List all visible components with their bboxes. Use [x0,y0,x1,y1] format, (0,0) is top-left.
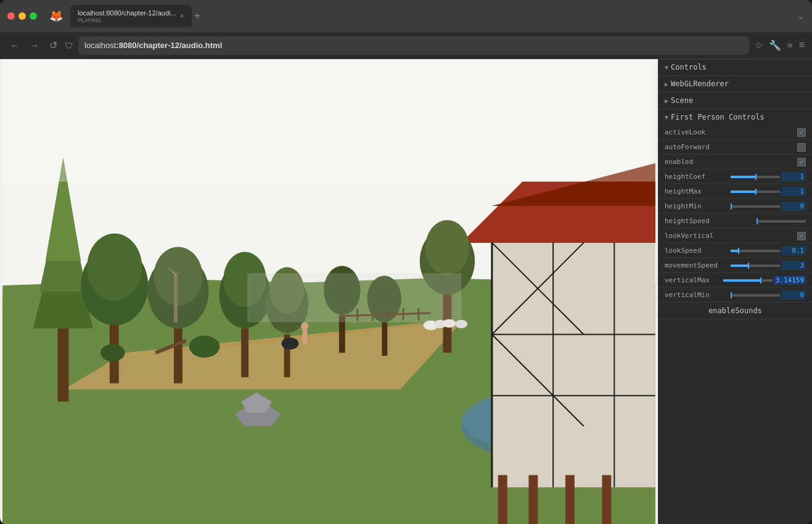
url-path: :8080/chapter-12/audio.html [116,41,222,50]
prop-row-activeLook[interactable]: activeLook [658,125,812,140]
prop-row-heightCoef[interactable]: heightCoef1 [658,170,812,184]
refresh-button[interactable]: ↺ [47,37,60,54]
prop-row-heightMin[interactable]: heightMin0 [658,199,812,214]
prop-name-verticalMin: verticalMin [665,291,731,299]
traffic-lights [7,12,37,20]
svg-point-33 [154,247,202,306]
tab-close-button[interactable]: × [180,12,184,20]
minimize-button[interactable] [18,12,26,20]
tools-icon[interactable]: 🔧 [769,39,781,51]
active-tab[interactable]: localhost:8080/chapter-12/audi... PLAYIN… [70,5,192,27]
checkbox-autoForward[interactable] [797,143,806,152]
checkbox-enabled[interactable] [797,158,806,166]
prop-name-movementSpeed: movementSpeed [665,261,731,269]
content-area: ▼ Controls ▶ WebGLRenderer ▶ Scene [0,59,812,524]
svg-rect-69 [2,59,655,181]
back-button[interactable]: ← [7,38,22,54]
first-person-section: ▼ First Person Controls activeLookautoFo… [658,109,812,319]
svg-marker-8 [492,243,655,488]
tab-playing-label: PLAYING [78,17,176,23]
svg-rect-66 [174,273,178,322]
slider-heightMin[interactable]: 0 [731,202,806,211]
prop-row-movementSpeed[interactable]: movementSpeed3 [658,258,812,273]
properties-container: activeLookautoForwardenabledheightCoef1h… [658,125,812,303]
new-tab-button[interactable]: + [194,10,201,23]
slider-heightMax[interactable]: 1 [731,187,806,196]
close-button[interactable] [7,12,15,20]
slider-track-lookSpeed[interactable] [731,250,780,252]
controls-chevron-down: ▼ [665,64,668,71]
slider-track-heightMax[interactable] [731,190,780,193]
tab-title: localhost:8080/chapter-12/audi... [78,9,176,17]
svg-rect-21 [528,475,538,524]
controls-section: ▼ Controls [658,59,812,76]
prop-row-autoForward[interactable]: autoForward [658,140,812,155]
webgl-section: ▶ WebGLRenderer [658,76,812,92]
enable-sounds-button[interactable]: enableSounds [658,303,812,319]
prop-row-enabled[interactable]: enabled [658,155,812,170]
slider-track-verticalMin[interactable] [731,294,780,297]
slider-heightCoef[interactable]: 1 [731,172,806,181]
extend-icon[interactable]: » [787,39,793,51]
num-value-lookSpeed: 0.1 [781,246,806,255]
shield-icon: 🛡 [65,41,73,51]
url-text: localhost:8080/chapter-12/audio.html [84,41,222,50]
svg-rect-34 [241,329,248,377]
first-person-header[interactable]: ▼ First Person Controls [658,109,812,125]
svg-rect-64 [302,329,307,344]
first-person-label: First Person Controls [671,113,765,121]
slider-movementSpeed[interactable]: 3 [731,261,806,270]
menu-icon[interactable]: ≡ [799,39,805,51]
bookmark-icon[interactable]: ☆ [754,39,763,51]
slider-track-heightMin[interactable] [731,205,780,208]
prop-name-enabled: enabled [665,158,797,166]
svg-rect-31 [174,329,182,383]
prop-name-verticalMax: verticalMax [665,276,723,284]
svg-rect-20 [498,475,507,524]
slider-lookSpeed[interactable]: 0.1 [731,246,806,255]
nav-right-icons: ☆ 🔧 » ≡ [754,39,805,51]
prop-row-heightSpeed[interactable]: heightSpeed [658,214,812,229]
tab-bar: localhost:8080/chapter-12/audi... PLAYIN… [70,5,792,27]
nav-bar: ← → ↺ 🛡 localhost:8080/chapter-12/audio.… [0,32,812,59]
3d-viewport[interactable] [0,59,658,524]
svg-point-30 [87,234,142,301]
webgl-label: WebGLRenderer [671,80,729,88]
num-value-verticalMin: 0 [781,290,806,300]
prop-name-lookVertical: lookVertical [665,232,797,240]
prop-row-heightMax[interactable]: heightMax1 [658,184,812,199]
checkbox-activeLook[interactable] [797,128,806,137]
scene-svg [0,59,658,524]
url-bar[interactable]: localhost:8080/chapter-12/audio.html [78,36,749,55]
webgl-chevron-right: ▶ [665,81,668,88]
webgl-header[interactable]: ▶ WebGLRenderer [658,76,812,92]
slider-heightSpeed[interactable] [757,220,806,223]
prop-row-verticalMax[interactable]: verticalMax3.14159 [658,273,812,288]
svg-point-65 [301,322,308,330]
checkbox-lookVertical[interactable] [797,232,806,240]
controls-header[interactable]: ▼ Controls [658,59,812,75]
slider-track-verticalMax[interactable] [723,279,773,282]
svg-point-62 [189,335,220,358]
svg-point-58 [282,337,299,350]
slider-track-movementSpeed[interactable] [731,264,780,267]
scene-header[interactable]: ▶ Scene [658,92,812,108]
slider-track-heightSpeed[interactable] [757,220,806,223]
num-value-heightMin: 0 [781,202,806,211]
prop-name-heightSpeed: heightSpeed [665,217,757,225]
slider-verticalMin[interactable]: 0 [731,290,806,300]
prop-row-lookSpeed[interactable]: lookSpeed0.1 [658,244,812,258]
prop-name-heightCoef: heightCoef [665,173,731,181]
slider-verticalMax[interactable]: 3.14159 [723,276,806,285]
prop-name-autoForward: autoForward [665,143,797,151]
first-person-chevron-down: ▼ [665,114,668,121]
forward-button[interactable]: → [27,38,42,54]
scene-chevron-right: ▶ [665,97,668,104]
title-bar: 🦊 localhost:8080/chapter-12/audi... PLAY… [0,0,812,32]
prop-row-lookVertical[interactable]: lookVertical [658,229,812,244]
maximize-button[interactable] [30,12,37,20]
svg-point-63 [100,344,125,361]
num-value-heightCoef: 1 [781,172,806,181]
slider-track-heightCoef[interactable] [731,176,780,178]
prop-row-verticalMin[interactable]: verticalMin0 [658,288,812,303]
